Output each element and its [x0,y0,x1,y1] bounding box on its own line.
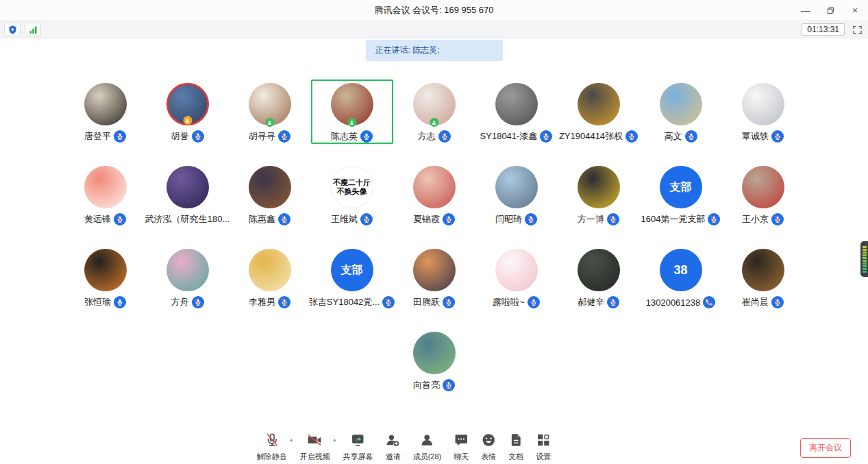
participant-name: 黄远锋 [84,213,111,225]
participant-tile[interactable]: 支部1604第一党支部 [640,162,722,227]
participant-name: 张恒瑜 [84,296,111,308]
participant-tile[interactable]: 田腾跃 [393,245,475,310]
participant-tile[interactable]: 覃诚轶 [722,80,804,144]
mic-muted-icon [278,213,290,225]
avatar [249,249,291,291]
participant-tile[interactable]: 陈惠鑫 [229,162,311,227]
participant-name: 露啦啦~ [493,296,525,308]
minimize-button[interactable]: — [798,3,813,18]
participant-tile[interactable]: 支部张吉SY18042党... [311,245,393,310]
toolbar-share-screen-button[interactable]: 共享屏幕 [337,432,380,462]
participant-name: SY18041-漆鑫 [480,130,538,143]
toolbar-start-video-expand-arrow[interactable]: ▲ [332,437,337,442]
avatar [742,249,784,291]
meeting-timer: 01:13:31 [802,23,845,36]
participant-name: 田腾跃 [413,296,440,308]
toolbar-docs-button[interactable]: 文档 [502,432,530,462]
joined-user-badge-orange [183,116,192,125]
participant-name-line: 郝健辛 [578,296,619,308]
toolbar-unmute-expand-arrow[interactable]: ▲ [289,437,294,442]
audio-level-meter [863,245,867,273]
participant-name: 闫昭琦 [495,213,522,225]
toolbar-invite-label: 邀请 [386,452,401,462]
participant-name-line: 田腾跃 [413,296,455,308]
mic-muted-icon [360,213,373,225]
mic-muted-icon [685,130,697,143]
participant-name-line: ZY1904414张权 [559,130,638,143]
mic-muted-icon [278,296,290,308]
toolbar-members-button[interactable]: 成员(28) [407,432,448,462]
participant-tile[interactable]: ZY1904414张权 [558,80,640,144]
toolbar-docs-label: 文档 [508,452,523,462]
participant-name-line: 唐登平 [84,130,126,143]
avatar [413,332,456,374]
participant-tile-active-speaker[interactable]: 陈志英 [311,80,393,144]
participant-tile[interactable]: 方舟 [147,245,229,310]
participant-row: 黄远锋武济泓（研究生180...陈惠鑫不瘦二十斤不换头像王维斌夏锦霞闫昭琦方一博… [0,162,868,227]
participant-tile[interactable]: 唐登平 [64,80,147,144]
participant-name-line: 覃诚轶 [742,130,784,143]
participant-tile[interactable]: 胡寻寻 [229,80,311,144]
participant-name-line: 露啦啦~ [493,296,540,308]
toolbar-emoji-button[interactable]: 表情 [475,432,502,462]
network-status-button[interactable] [25,23,41,36]
participant-tile[interactable]: 露啦啦~ [475,245,558,310]
participant-row: 张恒瑜方舟李雅男支部张吉SY18042党...田腾跃露啦啦~郝健辛3813020… [0,245,868,310]
participant-row: 唐登平胡誉胡寻寻陈志英方志SY18041-漆鑫ZY1904414张权高文覃诚轶 [0,80,868,144]
mic-muted-icon [438,130,451,143]
participant-tile[interactable]: 夏锦霞 [393,162,475,227]
participant-tile[interactable]: 王小京 [722,162,804,227]
participant-tile[interactable]: 郝健辛 [558,245,640,310]
participant-name-line: 陈惠鑫 [249,213,290,225]
avatar: 不瘦二十斤不换头像 [331,166,373,208]
joined-user-badge-green [347,118,356,127]
mic-muted-icon [443,379,455,391]
security-shield-button[interactable] [4,23,21,36]
participant-tile[interactable]: 方一博 [558,162,640,227]
mic-muted-icon [607,213,619,225]
participant-tile[interactable]: 黄远锋 [64,162,147,227]
participant-tile[interactable]: 李雅男 [229,245,311,310]
participant-tile[interactable]: 高文 [640,80,722,144]
participant-name-line: 13020061238 [646,296,716,308]
participant-name: 方志 [418,130,436,143]
restore-button[interactable] [823,3,838,18]
avatar [413,83,456,125]
participant-tile[interactable]: 方志 [393,80,475,144]
participant-row: 向首亮 [0,328,868,393]
toolbar-unmute-label: 解除静音 [257,452,287,462]
participant-tile[interactable]: 胡誉 [147,80,229,144]
participant-tile[interactable]: SY18041-漆鑫 [475,80,558,144]
close-button[interactable]: × [847,3,863,18]
mic-on-icon [114,296,126,308]
participant-name: 唐登平 [84,130,111,143]
toolbar-chat-button[interactable]: 聊天 [447,432,475,462]
participant-tile[interactable]: 闫昭琦 [475,162,558,227]
toolbar-settings-button[interactable]: 设置 [530,432,557,462]
avatar [249,166,291,208]
participant-tile[interactable]: 崔尚晨 [722,245,804,310]
participant-tile[interactable]: 不瘦二十斤不换头像王维斌 [311,162,393,227]
avatar [166,249,209,291]
mic-muted-icon [540,130,552,143]
toolbar-unmute-button[interactable]: 解除静音 [251,432,293,462]
participant-name: 王维斌 [331,213,358,225]
participant-tile[interactable]: 3813020061238 [640,245,722,310]
fullscreen-button[interactable] [850,23,864,36]
avatar-text: 不瘦二十斤不换头像 [333,178,371,195]
toolbar-start-video-button[interactable]: 开启视频 [294,432,336,462]
toolbar-invite-button[interactable]: 邀请 [380,432,407,462]
window-title: 腾讯会议 会议号: 169 955 670 [374,4,493,16]
window-title-bar: 腾讯会议 会议号: 169 955 670 — × [0,0,868,21]
participant-tile[interactable]: 向首亮 [393,328,475,393]
participant-name: 高文 [665,130,682,143]
avatar [495,83,538,125]
participant-name: 向首亮 [413,379,440,391]
leave-meeting-button[interactable]: 离开会议 [800,438,851,458]
participant-tile[interactable]: 张恒瑜 [64,245,147,310]
avatar [578,83,620,125]
participant-tile[interactable]: 武济泓（研究生180... [147,162,229,227]
participant-name-line: 方志 [418,130,451,143]
audio-level-tab[interactable] [860,241,868,277]
participant-name-line: 胡誉 [171,130,204,143]
